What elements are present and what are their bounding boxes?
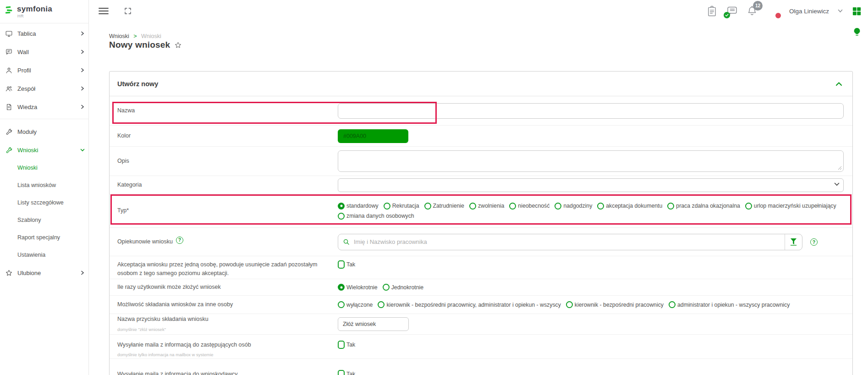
sidebar-item-zespol[interactable]: Zespół <box>0 79 88 98</box>
help-icon[interactable]: ? <box>176 237 183 244</box>
form-row-akceptacja: Akceptacja wniosku przez jedną osobę, po… <box>110 256 852 279</box>
user-menu[interactable] <box>766 4 780 18</box>
radio-wylaczone[interactable]: wyłączone <box>338 301 373 308</box>
radio-icon <box>509 203 516 210</box>
chevron-right-icon <box>80 50 85 54</box>
radio-label: wyłączone <box>346 302 373 308</box>
sidebar-subitem-listy-szczegolowe[interactable]: Listy szczegółowe <box>0 194 88 211</box>
radio-typ-zwolnienia[interactable]: zwolnienia <box>469 203 504 210</box>
apps-launcher-button[interactable] <box>852 6 862 17</box>
sidebar-subitem-szablony[interactable]: Szablony <box>0 211 88 229</box>
main-content: Wnioski > Wnioski Nowy wniosek Utwórz no… <box>88 22 868 375</box>
resize-grip-icon[interactable] <box>838 166 842 170</box>
search-icon <box>343 238 350 245</box>
radio-typ-zatrudnienie[interactable]: Zatrudnienie <box>424 203 464 210</box>
help-icon[interactable]: ? <box>810 238 818 246</box>
checkbox-mail-wnioskodawcy-tak[interactable]: Tak <box>338 370 355 375</box>
color-swatch[interactable]: #009A00 <box>338 129 408 143</box>
sidebar-item-label: Moduły <box>17 128 85 135</box>
hamburger-menu-button[interactable] <box>99 7 109 15</box>
checkbox-label: Tak <box>346 371 355 375</box>
collapse-panel-button[interactable] <box>835 82 842 86</box>
symfonia-logo-icon <box>5 6 14 15</box>
chevron-right-icon <box>80 105 85 109</box>
chevron-down-icon[interactable] <box>838 9 843 13</box>
lightbulb-icon <box>853 27 861 37</box>
sidebar-item-label: Ulubione <box>17 270 80 276</box>
radio-typ-standardowy[interactable]: standardowy <box>338 203 379 210</box>
checkbox-label: Tak <box>346 261 355 268</box>
chevron-right-icon <box>80 68 85 72</box>
breadcrumb-root[interactable]: Wnioski <box>109 33 129 39</box>
color-value: #009A00 <box>343 133 366 139</box>
check-badge <box>724 12 730 18</box>
sidebar-item-wall[interactable]: Wall <box>0 43 88 61</box>
opiekunowie-search-input[interactable] <box>338 234 802 250</box>
button-name-input[interactable] <box>338 317 409 331</box>
tips-button[interactable] <box>853 27 861 39</box>
radio-label: Jednokrotnie <box>391 284 423 291</box>
radio-jednokrotnie[interactable]: Jednokrotnie <box>383 284 423 291</box>
notifications-button[interactable]: 12 <box>747 5 758 17</box>
sidebar-item-label: Profil <box>17 67 80 74</box>
checkbox-icon <box>338 370 345 375</box>
wrench-icon <box>5 146 13 154</box>
sidebar-item-wiedza[interactable]: Wiedza <box>0 98 88 116</box>
sidebar-item-label: Wiedza <box>17 104 80 110</box>
sidebar-item-label: Zespół <box>17 85 80 92</box>
form-row-typ: Typ* standardowy Rekrutacja Zatrudnienie… <box>110 194 852 228</box>
checkbox-mail-zastepujacych-tak[interactable]: Tak <box>338 341 355 349</box>
kategoria-select[interactable] <box>338 178 844 192</box>
team-icon <box>5 85 13 93</box>
brand-name: symfonia <box>17 5 52 13</box>
radio-label: Rekrutacja <box>392 203 419 209</box>
radio-wielokrotnie[interactable]: Wielokrotnie <box>338 284 378 291</box>
sidebar-divider <box>0 119 88 119</box>
opis-textarea[interactable] <box>338 150 844 172</box>
page-title: Nowy wniosek <box>109 40 170 50</box>
radio-typ-urlop-macierzynski[interactable]: urlop macierzyński uzupełniający <box>745 203 836 210</box>
sidebar-item-ulubione[interactable]: Ulubione <box>0 264 88 282</box>
radio-typ-nadgodziny[interactable]: nadgodziny <box>555 203 592 210</box>
user-name: Olga Liniewicz <box>789 8 829 15</box>
radio-label: standardowy <box>346 203 379 209</box>
radio-typ-praca-zdalna[interactable]: praca zdalna okazjonalna <box>667 203 740 210</box>
input-divider <box>785 234 785 250</box>
panel-title: Utwórz nowy <box>117 80 158 88</box>
radio-icon <box>338 284 345 291</box>
nazwa-input[interactable] <box>338 103 844 119</box>
apps-grid-icon <box>852 6 862 17</box>
messages-button[interactable] <box>726 6 738 17</box>
sidebar-item-tablica[interactable]: Tablica <box>0 24 88 43</box>
sidebar-subitem-lista-wnioskow[interactable]: Lista wniosków <box>0 176 88 194</box>
sidebar-item-profil[interactable]: Profil <box>0 61 88 79</box>
radio-typ-nieobecnosc[interactable]: nieobecność <box>509 203 549 210</box>
checkbox-akceptacja-tak[interactable]: Tak <box>338 260 355 269</box>
app-logo[interactable]: symfonia HR <box>0 0 88 23</box>
field-label: Nazwa <box>110 106 338 115</box>
sidebar-subitem-wnioski[interactable]: Wnioski <box>0 159 88 176</box>
sidebar-subitem-ustawienia[interactable]: Ustawienia <box>0 246 88 264</box>
field-label: Typ* <box>110 206 338 215</box>
tasks-button[interactable] <box>707 6 717 17</box>
radio-label: zwolnienia <box>478 203 504 209</box>
sidebar-item-moduly[interactable]: Moduły <box>0 122 88 141</box>
radio-kierownik-admin-opiekun[interactable]: kierownik - bezpośredni pracownicy, admi… <box>378 301 560 308</box>
breadcrumb: Wnioski > Wnioski <box>109 33 161 39</box>
star-icon <box>5 269 13 277</box>
radio-label: nadgodziny <box>563 203 592 209</box>
radio-typ-akceptacja-dokumentu[interactable]: akceptacja dokumentu <box>597 203 662 210</box>
sidebar-item-wnioski[interactable]: Wnioski <box>0 141 88 159</box>
document-icon <box>5 103 13 111</box>
field-hint: domyślnie "złóż wniosek" <box>117 326 327 333</box>
radio-label: Zatrudnienie <box>433 203 464 209</box>
fullscreen-button[interactable] <box>124 7 132 15</box>
form-row-mail-wnioskodawcy: Wysyłanie maila z informacją do wnioskod… <box>110 359 852 375</box>
radio-kierownik-bezposredni[interactable]: kierownik - bezpośredni pracownicy <box>566 301 664 308</box>
filter-funnel-icon[interactable] <box>790 238 797 246</box>
radio-typ-zmiana-danych[interactable]: zmiana danych osobowych <box>338 213 414 220</box>
radio-typ-rekrutacja[interactable]: Rekrutacja <box>384 203 419 210</box>
favorite-star-icon[interactable] <box>174 41 182 49</box>
radio-admin-opiekun-wszyscy[interactable]: administrator i opiekun - wszyscy pracow… <box>669 301 790 308</box>
sidebar-subitem-raport-specjalny[interactable]: Raport specjalny <box>0 229 88 246</box>
